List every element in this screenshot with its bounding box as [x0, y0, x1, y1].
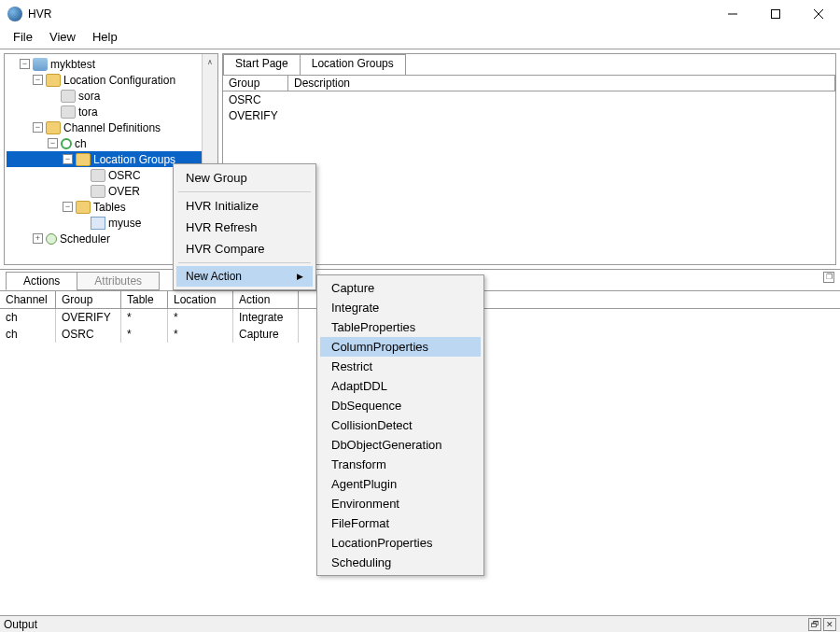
cell: *	[168, 309, 233, 326]
col-table[interactable]: Table	[121, 291, 168, 308]
tree-label: Tables	[93, 201, 126, 214]
tab-location-groups[interactable]: Location Groups	[300, 54, 406, 75]
titlebar: HVR	[0, 0, 840, 28]
menu-item-collisiondetect[interactable]: CollisionDetect	[320, 415, 481, 435]
menu-item-fileformat[interactable]: FileFormat	[320, 513, 481, 533]
cell: OVERIFY	[56, 309, 121, 326]
tree-node-sora[interactable]: sora	[7, 88, 217, 104]
location-icon	[61, 105, 76, 119]
tree-node-root[interactable]: −mykbtest	[7, 56, 217, 72]
svg-rect-1	[772, 10, 780, 19]
col-description[interactable]: Description	[288, 76, 835, 91]
tree-node-ch[interactable]: −ch	[7, 135, 217, 151]
tree-label: Location Groups	[93, 153, 175, 166]
col-group[interactable]: Group	[223, 76, 288, 91]
tree-label: ch	[75, 137, 87, 150]
tab-actions[interactable]: Actions	[6, 272, 77, 290]
collapse-icon[interactable]: −	[48, 138, 58, 148]
col-channel[interactable]: Channel	[0, 291, 56, 308]
context-menu: New Group HVR Initialize HVR Refresh HVR…	[173, 163, 316, 290]
tree-label: OVER	[108, 185, 140, 198]
menu-separator	[178, 262, 311, 263]
folder-icon	[46, 121, 61, 134]
close-button[interactable]	[797, 0, 840, 28]
panel-restore-icon[interactable]: ❐	[823, 272, 834, 283]
tree-label: myuse	[108, 217, 141, 230]
upper-workspace: −mykbtest −Location Configuration sora t…	[0, 49, 840, 269]
collapse-icon[interactable]: −	[63, 202, 73, 212]
cell: *	[121, 309, 168, 326]
tree-node-location-config[interactable]: −Location Configuration	[7, 72, 217, 88]
col-location[interactable]: Location	[168, 291, 233, 308]
col-group[interactable]: Group	[56, 291, 121, 308]
group-icon	[91, 185, 105, 198]
scheduler-icon	[46, 233, 57, 245]
menu-help[interactable]: Help	[85, 28, 125, 49]
output-panel-header[interactable]: Output 🗗 ✕	[0, 615, 840, 632]
minimize-button[interactable]	[711, 0, 754, 28]
menu-item-dbobjectgeneration[interactable]: DbObjectGeneration	[320, 435, 481, 455]
menu-item-hvr-initialize[interactable]: HVR Initialize	[176, 195, 313, 217]
location-groups-grid-header: Group Description	[223, 75, 835, 91]
menu-item-tableproperties[interactable]: TableProperties	[320, 317, 481, 337]
menu-item-transform[interactable]: Transform	[320, 455, 481, 474]
menu-item-adaptddl[interactable]: AdaptDDL	[320, 376, 481, 396]
menu-item-hvr-compare[interactable]: HVR Compare	[176, 238, 313, 260]
output-close-icon[interactable]: ✕	[823, 618, 836, 631]
group-icon	[91, 169, 105, 182]
tree-label: tora	[78, 105, 98, 119]
output-label: Output	[4, 618, 37, 631]
menu-separator	[178, 191, 311, 192]
tree-label: Scheduler	[60, 232, 110, 246]
cell: OSRC	[56, 326, 121, 343]
grid-row[interactable]: OVERIFY	[229, 109, 830, 125]
menu-item-new-group[interactable]: New Group	[176, 167, 313, 189]
menu-item-new-action[interactable]: New Action ▶	[176, 266, 313, 287]
menu-item-capture[interactable]: Capture	[320, 278, 481, 298]
scroll-up-icon[interactable]: ∧	[203, 54, 217, 70]
submenu-arrow-icon: ▶	[297, 272, 303, 281]
cell: ch	[0, 326, 56, 343]
menu-item-restrict[interactable]: Restrict	[320, 357, 481, 376]
grid-row[interactable]: OSRC	[229, 93, 830, 109]
location-icon	[61, 90, 76, 103]
channel-icon	[61, 138, 72, 149]
menu-view[interactable]: View	[42, 28, 83, 49]
menubar: File View Help	[0, 28, 840, 49]
tree-node-channel-definitions[interactable]: −Channel Definitions	[7, 119, 217, 135]
col-action[interactable]: Action	[233, 291, 299, 308]
menu-item-agentplugin[interactable]: AgentPlugin	[320, 474, 481, 494]
tab-attributes[interactable]: Attributes	[77, 272, 160, 290]
menu-item-scheduling[interactable]: Scheduling	[320, 553, 481, 572]
tree-label: sora	[78, 90, 100, 103]
output-undock-icon[interactable]: 🗗	[808, 618, 821, 631]
menu-item-environment[interactable]: Environment	[320, 494, 481, 513]
tree-label: Channel Definitions	[63, 121, 161, 134]
cell: ch	[0, 309, 56, 326]
content-tabs: Start Page Location Groups	[223, 54, 835, 75]
tab-start-page[interactable]: Start Page	[223, 54, 301, 75]
cell: *	[168, 326, 233, 343]
collapse-icon[interactable]: −	[63, 154, 73, 164]
database-icon	[33, 58, 48, 71]
app-icon	[7, 7, 22, 21]
maximize-button[interactable]	[754, 0, 797, 28]
folder-icon	[76, 201, 91, 214]
collapse-icon[interactable]: −	[33, 75, 43, 85]
menu-item-dbsequence[interactable]: DbSequence	[320, 396, 481, 415]
menu-item-integrate[interactable]: Integrate	[320, 298, 481, 317]
tree-node-tora[interactable]: tora	[7, 104, 217, 119]
menu-item-hvr-refresh[interactable]: HVR Refresh	[176, 217, 313, 238]
window-title: HVR	[28, 7, 711, 21]
tree-label: OSRC	[108, 169, 141, 182]
cell: Integrate	[233, 309, 299, 326]
table-icon	[91, 217, 105, 230]
cell: Capture	[233, 326, 299, 343]
expand-icon[interactable]: +	[33, 233, 43, 244]
menu-item-locationproperties[interactable]: LocationProperties	[320, 533, 481, 553]
menu-item-columnproperties[interactable]: ColumnProperties	[320, 337, 481, 357]
collapse-icon[interactable]: −	[33, 122, 43, 133]
collapse-icon[interactable]: −	[20, 59, 30, 69]
menu-item-label: New Action	[186, 270, 242, 283]
menu-file[interactable]: File	[6, 28, 40, 49]
